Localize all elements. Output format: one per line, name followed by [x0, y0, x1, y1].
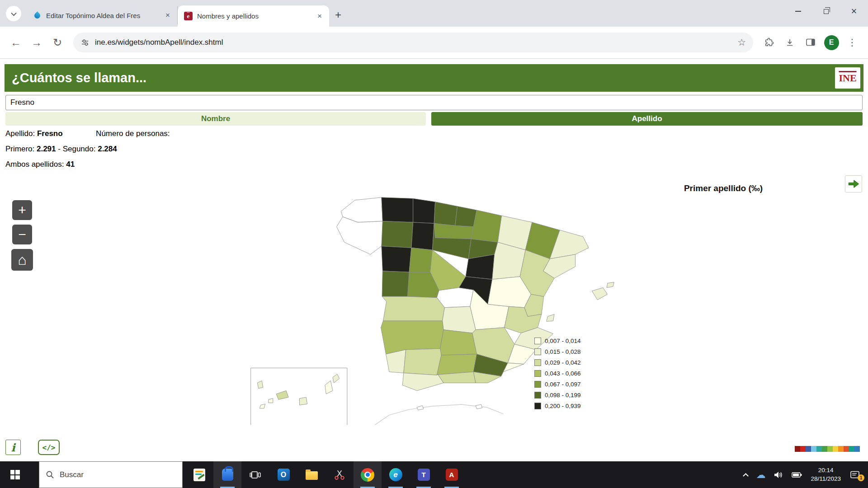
browser-menu-button[interactable]: ⋮	[843, 33, 862, 52]
legend-row: 0,015 - 0,028	[534, 346, 581, 357]
task-view-button[interactable]	[241, 461, 269, 488]
zoom-in-button[interactable]: +	[12, 200, 32, 220]
zoom-home-button[interactable]: ⌂	[11, 249, 33, 271]
region-salamanca[interactable]	[382, 271, 409, 296]
region-ibiza[interactable]	[547, 314, 554, 321]
pinned-snipping-tool[interactable]	[326, 461, 354, 488]
browser-tab-strip: Editar Topónimo Aldea del Fres × e Nombr…	[0, 0, 868, 27]
region-toledo[interactable]	[443, 306, 476, 333]
green-arrow-icon	[847, 178, 860, 189]
africa-coastline	[375, 404, 503, 425]
window-restore-button[interactable]	[812, 0, 840, 23]
pinned-outlook[interactable]: O	[269, 461, 297, 488]
region-mallorca[interactable]	[592, 288, 607, 300]
browser-tab-nombres-apellidos[interactable]: e Nombres y apellidos ×	[178, 5, 329, 27]
profile-avatar[interactable]: E	[822, 33, 841, 52]
region-la-gomera[interactable]	[269, 399, 273, 403]
region-lanzarote[interactable]	[333, 374, 340, 383]
tab-title: Editar Topónimo Aldea del Fres	[46, 12, 158, 19]
notification-badge: 1	[858, 474, 864, 481]
embed-code-button[interactable]: </>	[38, 440, 60, 455]
region-palencia[interactable]	[411, 222, 434, 250]
back-button[interactable]: ←	[6, 33, 25, 52]
region-bizkaia[interactable]	[434, 202, 457, 226]
reload-button[interactable]: ↻	[48, 33, 67, 52]
restore-icon	[824, 9, 829, 14]
battery-icon[interactable]	[792, 471, 802, 479]
volume-icon[interactable]	[774, 470, 783, 479]
pinned-notes-app[interactable]	[185, 461, 213, 488]
pinned-teams[interactable]: T	[410, 461, 438, 488]
ine-favicon-icon: e	[184, 12, 193, 20]
taskbar-search[interactable]: Buscar	[39, 461, 183, 488]
ine-color-stripe	[795, 446, 860, 452]
region-pontevedra[interactable]	[337, 217, 384, 254]
surname-search-input[interactable]	[5, 95, 863, 110]
pinned-edge[interactable]: e	[382, 461, 410, 488]
taskbar-clock[interactable]: 20:14 28/11/2023	[811, 466, 841, 483]
region-ceuta[interactable]	[417, 406, 424, 410]
close-tab-icon[interactable]: ×	[163, 10, 173, 20]
forward-button[interactable]: →	[27, 33, 46, 52]
region-gran-canaria[interactable]	[300, 397, 307, 405]
region-navarra[interactable]	[471, 210, 501, 242]
start-button[interactable]	[0, 461, 30, 488]
minimize-icon	[795, 11, 801, 12]
page-content: ¿Cuántos se llaman... INE Nombre Apellid…	[0, 59, 868, 461]
legend-label: 0,067 - 0,097	[545, 381, 581, 388]
legend-swatch	[534, 381, 541, 388]
avatar: E	[824, 35, 839, 50]
region-ciudad-real[interactable]	[440, 330, 477, 355]
site-settings-icon[interactable]	[80, 38, 90, 47]
legend-label: 0,200 - 0,939	[545, 403, 581, 409]
region-la-palma[interactable]	[257, 381, 263, 389]
pinned-acrobat[interactable]: A	[438, 461, 466, 488]
downloads-button[interactable]	[780, 33, 799, 52]
region-caceres[interactable]	[382, 296, 444, 321]
region-tenerife[interactable]	[276, 391, 288, 400]
address-bar[interactable]: ine.es/widgets/nombApell/index.shtml ☆	[73, 33, 753, 52]
region-asturias[interactable]	[382, 197, 413, 222]
notification-center-button[interactable]: 1	[849, 469, 862, 480]
new-tab-button[interactable]: +	[329, 6, 347, 24]
pinned-file-explorer[interactable]	[297, 461, 326, 488]
extensions-button[interactable]	[760, 33, 778, 52]
side-panel-button[interactable]	[801, 33, 820, 52]
tab-apellido[interactable]: Apellido	[431, 112, 863, 126]
tab-nombre[interactable]: Nombre	[5, 112, 426, 126]
region-zamora[interactable]	[382, 246, 411, 272]
onedrive-icon[interactable]: ☁	[756, 470, 765, 479]
windows-logo-icon	[10, 470, 20, 479]
legend-label: 0,029 - 0,042	[545, 359, 581, 366]
region-cadiz[interactable]	[402, 373, 443, 390]
pinned-chrome[interactable]	[354, 461, 382, 488]
tray-chevron-up-icon[interactable]	[743, 473, 749, 479]
browser-tab-editar-toponimo[interactable]: Editar Topónimo Aldea del Fres ×	[26, 6, 178, 24]
teams-icon: T	[418, 469, 430, 481]
region-sevilla[interactable]	[404, 348, 441, 375]
taskbar-search-placeholder: Buscar	[60, 470, 84, 479]
zoom-out-button[interactable]: −	[12, 225, 32, 244]
region-leon[interactable]	[382, 221, 413, 248]
info-button[interactable]: i	[5, 440, 21, 455]
chrome-icon	[361, 468, 374, 482]
bookmark-star-icon[interactable]: ☆	[737, 37, 746, 48]
region-valladolid[interactable]	[409, 248, 432, 272]
legend-row: 0,200 - 0,939	[534, 400, 581, 411]
region-cantabria[interactable]	[413, 198, 435, 223]
segundo-value: 2.284	[98, 145, 117, 153]
pinned-blue-app[interactable]	[213, 461, 241, 488]
tab-search-button[interactable]	[6, 6, 21, 21]
url-text[interactable]: ine.es/widgets/nombApell/index.shtml	[95, 38, 732, 47]
next-map-button[interactable]	[845, 175, 862, 192]
region-melilla[interactable]	[476, 404, 482, 409]
region-gipuzkoa[interactable]	[455, 206, 477, 226]
window-close-button[interactable]: ×	[840, 0, 868, 23]
region-menorca[interactable]	[607, 282, 614, 287]
legend-swatch	[534, 359, 541, 366]
window-minimize-button[interactable]	[784, 0, 812, 23]
region-fuerteventura[interactable]	[325, 381, 333, 394]
window-controls: ×	[784, 0, 868, 23]
close-tab-icon[interactable]: ×	[315, 11, 325, 21]
region-el-hierro[interactable]	[259, 404, 265, 408]
